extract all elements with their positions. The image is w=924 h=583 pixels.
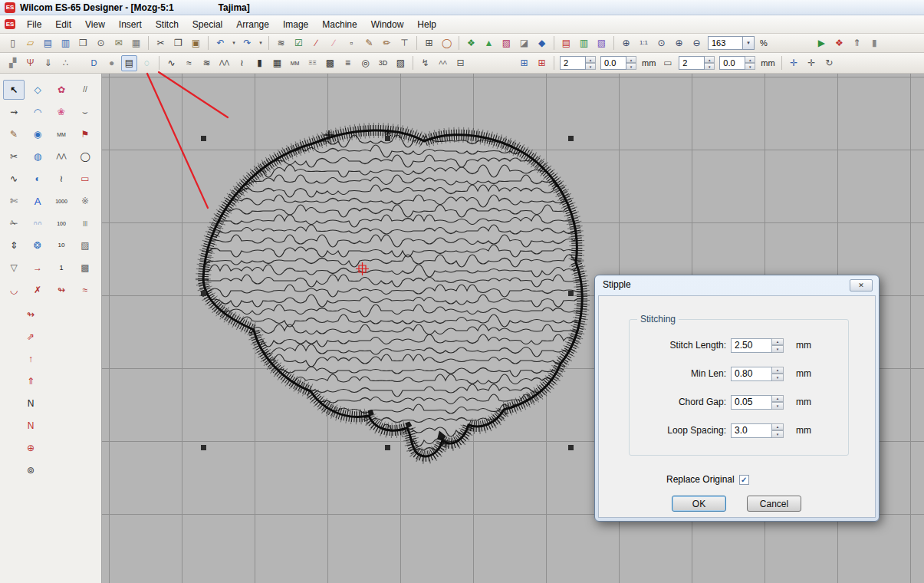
flower-pink-icon[interactable]: ❀ <box>51 102 72 122</box>
small-scissors-icon[interactable]: ✁ <box>3 213 25 233</box>
print-icon[interactable]: ❒ <box>75 35 91 51</box>
show-embroidery-icon[interactable]: ▲ <box>481 35 497 51</box>
dome-shape-icon[interactable]: ◠ <box>27 102 48 122</box>
export-design-icon[interactable]: ⇑ <box>849 35 865 51</box>
satin-column-icon[interactable]: MM <box>51 124 72 144</box>
selection-handle[interactable] <box>201 445 206 450</box>
e-stitch-icon[interactable]: ΞΞ <box>304 55 321 71</box>
spinner-down-icon[interactable]: ▾ <box>772 430 784 438</box>
show-grid-icon[interactable]: ⊞ <box>421 35 437 51</box>
mirror-arches-icon[interactable]: ∩∩ <box>27 213 48 233</box>
stipple-run-icon[interactable]: ▤ <box>121 55 137 71</box>
paste-icon[interactable]: ▣ <box>188 35 204 51</box>
zigzag-column-icon[interactable]: ⋀⋀ <box>51 147 72 166</box>
reference-grid-icon[interactable]: ⊞ <box>534 55 550 71</box>
density-10-icon[interactable]: 10 <box>51 236 72 255</box>
menu-window[interactable]: Window <box>364 16 411 33</box>
density-100-icon[interactable]: 100 <box>51 213 72 233</box>
pan-design-icon[interactable]: ✛ <box>786 55 802 71</box>
selection-handle[interactable] <box>385 136 390 141</box>
motif-run-icon[interactable]: ≋ <box>199 55 215 71</box>
selection-handle[interactable] <box>568 445 574 450</box>
rotate-view-icon[interactable]: ↻ <box>821 55 837 71</box>
undo-icon[interactable]: ↶ <box>212 35 229 51</box>
density-1000-icon[interactable]: 1000 <box>51 191 72 211</box>
measure-tool-icon[interactable]: ⇕ <box>3 236 25 255</box>
grid-rows-input[interactable] <box>679 56 705 70</box>
slow-redraw-icon[interactable]: ∕ <box>308 35 324 51</box>
stitch-player-icon[interactable]: ∕ <box>326 35 342 51</box>
rectangle-tool-icon[interactable]: ▭ <box>74 169 96 189</box>
center-view-icon[interactable]: ✛ <box>804 55 820 71</box>
design-check-icon[interactable]: ☑ <box>291 35 307 51</box>
new-design-icon[interactable]: ▯ <box>5 35 21 51</box>
chord-gap-input[interactable] <box>731 395 772 410</box>
selection-handle[interactable] <box>568 136 574 141</box>
spinner-down-icon[interactable]: ▾ <box>772 374 784 381</box>
edit-stitches-icon[interactable]: ✏ <box>379 35 395 51</box>
selection-handle[interactable] <box>568 291 574 296</box>
fur-stitch-icon[interactable]: ※ <box>74 191 96 211</box>
ok-button[interactable]: OK <box>672 496 726 512</box>
spinner-up-icon[interactable]: ▴ <box>745 56 755 63</box>
auto-hole-icon[interactable]: ● <box>104 55 120 71</box>
arc-tool-icon[interactable]: ⌣ <box>74 102 96 122</box>
stitch-arrow-red-icon[interactable]: ⇗ <box>20 327 41 347</box>
reference-rect-icon[interactable]: ▭ <box>659 55 676 71</box>
redo-icon[interactable]: ↷ <box>239 35 255 51</box>
stitch-arrow-double-icon[interactable]: ⇑ <box>20 371 41 391</box>
stitch-length-input[interactable] <box>731 338 772 353</box>
parallel-columns-icon[interactable]: ||| <box>74 213 96 233</box>
spinner-down-icon[interactable]: ▾ <box>705 63 715 70</box>
write-to-card-icon[interactable]: ▥ <box>58 35 74 51</box>
snap-grid-icon[interactable]: ⊞ <box>516 55 532 71</box>
run-digitize-icon[interactable]: ⇝ <box>3 102 25 122</box>
ellipse-tool-icon[interactable]: ◯ <box>74 147 96 166</box>
select-stitches-icon[interactable]: ▫ <box>344 35 360 51</box>
stitch-arrow-up-icon[interactable]: ↑ <box>20 349 41 369</box>
tatami-fill-icon[interactable]: ▦ <box>269 55 285 71</box>
chord-gap-spinner[interactable]: ▴▾ <box>772 395 784 410</box>
close-icon[interactable]: ✕ <box>850 279 873 292</box>
zoom-dropdown-button[interactable]: ▾ <box>743 36 755 50</box>
zoom-in-icon[interactable]: ⊕ <box>671 35 687 51</box>
color-wheel-icon[interactable]: ❖ <box>831 35 847 51</box>
stitch-effects-icon[interactable]: ↯ <box>417 55 433 71</box>
funnel-icon[interactable]: ▽ <box>3 258 25 278</box>
flag-icon[interactable]: ⚑ <box>74 124 96 144</box>
n-curve-black-icon[interactable]: N <box>20 394 41 413</box>
menu-stitch[interactable]: Stitch <box>149 16 186 33</box>
hatch-fill-icon[interactable]: ▨ <box>74 236 96 255</box>
color-film-icon[interactable]: ▤ <box>558 35 574 51</box>
grid-row-spacing-spinner[interactable]: ▴▾ <box>745 56 755 70</box>
show-vectors-icon[interactable]: ❖ <box>463 35 479 51</box>
globe-half-icon[interactable]: ◐ <box>27 169 48 189</box>
menu-file[interactable]: File <box>20 16 48 33</box>
loop-spacing-spinner[interactable]: ▴▾ <box>772 423 784 438</box>
show-hoop-icon[interactable]: ◯ <box>439 35 455 51</box>
dotted-run-icon[interactable]: → <box>27 258 48 278</box>
target-red-icon[interactable]: ⊕ <box>20 438 41 458</box>
selection-handle[interactable] <box>201 136 206 141</box>
stitch-view-icon[interactable]: ≋ <box>273 35 289 51</box>
menu-arrange[interactable]: Arrange <box>229 16 276 33</box>
backstitch-icon[interactable]: ⋀⋀ <box>216 55 232 71</box>
undo-dropdown-button[interactable]: ▾ <box>229 35 238 51</box>
polygon-reshape-icon[interactable]: ◇ <box>27 80 48 100</box>
min-len-spinner[interactable]: ▴▾ <box>772 367 784 381</box>
menu-edit[interactable]: Edit <box>48 16 78 33</box>
knife-icon[interactable]: ✄ <box>3 191 25 211</box>
satin-stitch-icon[interactable]: ▮ <box>252 55 268 71</box>
spinner-up-icon[interactable]: ▴ <box>705 56 715 63</box>
triple-run-icon[interactable]: ≈ <box>181 55 197 71</box>
loop-spacing-input[interactable] <box>731 423 772 438</box>
zigzag-stitch-icon[interactable]: MM <box>287 55 303 71</box>
cross-stitch-icon[interactable]: ✗ <box>27 280 48 300</box>
select-arrow-icon[interactable]: ↖ <box>3 80 25 100</box>
spinner-up-icon[interactable]: ▴ <box>626 56 636 63</box>
globe-fill-icon[interactable]: ◉ <box>27 124 48 144</box>
motif-fill-icon[interactable]: ▩ <box>322 55 338 71</box>
freehand-pencil-icon[interactable]: ✎ <box>3 124 25 144</box>
zigzag-run-icon[interactable]: ∿ <box>3 169 25 189</box>
motif-border-icon[interactable]: ≈ <box>74 280 96 300</box>
